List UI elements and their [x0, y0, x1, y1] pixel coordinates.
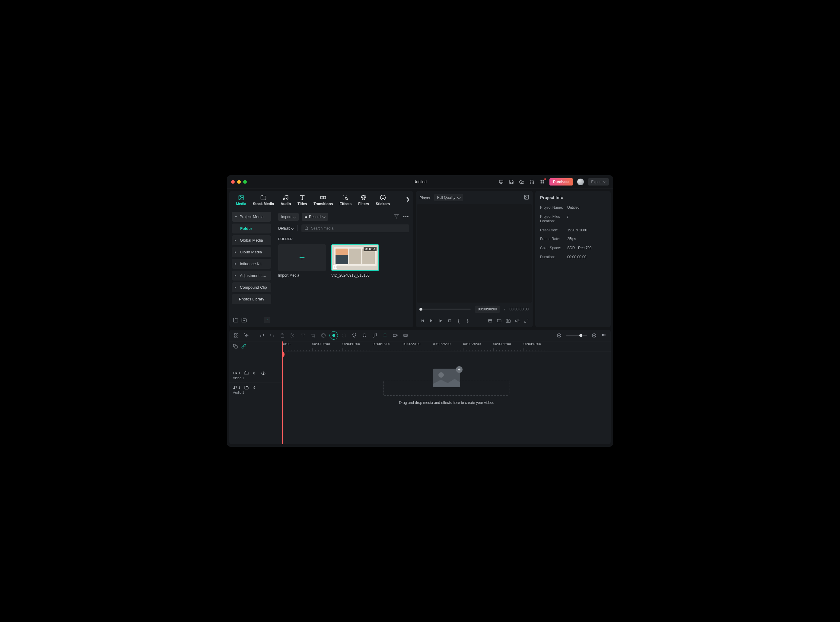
- player-scrubber[interactable]: [420, 309, 471, 310]
- tab-effects[interactable]: Effects: [337, 194, 355, 209]
- display-icon[interactable]: [498, 179, 504, 185]
- headphones-icon[interactable]: [529, 179, 535, 185]
- sidebar-adjustment-layer[interactable]: Adjustment L...: [232, 271, 271, 281]
- user-avatar[interactable]: [577, 178, 584, 185]
- stop-button[interactable]: [447, 318, 452, 323]
- player-viewport[interactable]: [417, 204, 532, 303]
- apps-icon[interactable]: [539, 179, 545, 185]
- play-button[interactable]: [438, 318, 443, 323]
- zoom-in-button[interactable]: [592, 333, 597, 338]
- volume-button[interactable]: [515, 318, 520, 323]
- device-tool-icon[interactable]: [393, 333, 398, 338]
- collapse-sidebar-button[interactable]: ‹: [264, 317, 270, 323]
- plus-badge-icon: +: [456, 366, 462, 373]
- undo-button[interactable]: [259, 333, 265, 338]
- mute-icon[interactable]: [253, 371, 257, 375]
- sidebar-global-media[interactable]: Global Media: [232, 235, 271, 245]
- media-tabs: Media Stock Media Audio Titles Transitio…: [229, 191, 413, 209]
- timeline-drop-zone[interactable]: + Drag and drop media and effects here t…: [383, 369, 510, 405]
- redo-button[interactable]: [270, 333, 275, 338]
- video-track-header[interactable]: 1 Video 1: [229, 368, 282, 383]
- export-button[interactable]: Export: [588, 178, 609, 186]
- svg-rect-61: [396, 334, 397, 336]
- zoom-slider[interactable]: [566, 335, 587, 336]
- new-folder-icon[interactable]: [233, 317, 238, 323]
- tab-media[interactable]: Media: [233, 194, 249, 209]
- view-options-button[interactable]: [601, 333, 607, 338]
- text-tool-icon[interactable]: [300, 333, 306, 338]
- sort-dropdown[interactable]: Default: [278, 226, 294, 230]
- import-media-card[interactable]: Import Media: [278, 244, 326, 277]
- svg-point-57: [342, 334, 346, 337]
- next-frame-button[interactable]: [429, 318, 434, 323]
- tab-transitions[interactable]: Transitions: [311, 194, 336, 209]
- tabs-overflow-button[interactable]: ❯: [406, 197, 410, 202]
- visibility-icon[interactable]: [261, 371, 265, 375]
- crop-tool-icon[interactable]: [311, 333, 316, 338]
- screen-mode-button[interactable]: [497, 318, 502, 323]
- cloud-icon[interactable]: [519, 179, 525, 185]
- circle-tool-icon[interactable]: [341, 333, 347, 338]
- snapshot-button[interactable]: [506, 318, 511, 323]
- cut-tool-icon[interactable]: [290, 333, 296, 338]
- new-bin-icon[interactable]: [241, 317, 247, 323]
- grid-tool-icon[interactable]: [233, 333, 239, 338]
- purchase-button[interactable]: Purchase: [549, 178, 573, 186]
- sidebar-cloud-media[interactable]: Cloud Media: [232, 247, 271, 257]
- prev-frame-button[interactable]: [420, 318, 425, 323]
- import-dropdown[interactable]: Import: [278, 213, 299, 221]
- caption-tool-icon[interactable]: [403, 333, 408, 338]
- timeline-tracks-area[interactable]: 00:0000:00:05:0000:00:10:0000:00:15:0000…: [282, 341, 611, 444]
- link-icon[interactable]: [241, 344, 246, 350]
- media-clip-card[interactable]: 0:00:03 VID_20240913_015155: [331, 244, 379, 277]
- keyframe-tool-icon[interactable]: [382, 333, 388, 338]
- tab-audio[interactable]: Audio: [277, 194, 294, 209]
- player-image-icon[interactable]: [524, 195, 529, 201]
- sidebar-influence-kit[interactable]: Influence Kit: [232, 259, 271, 269]
- music-tool-icon[interactable]: [372, 333, 378, 338]
- folder-icon[interactable]: [244, 371, 248, 375]
- mic-tool-icon[interactable]: [362, 333, 367, 338]
- tab-filters[interactable]: Filters: [355, 194, 372, 209]
- delete-button[interactable]: [280, 333, 285, 338]
- svg-rect-74: [604, 335, 604, 336]
- app-window: Untitled Purchase Export Media Stock Me: [227, 175, 613, 447]
- player-label: Player: [419, 195, 431, 200]
- record-dropdown[interactable]: Record: [302, 213, 328, 221]
- folder-icon[interactable]: [244, 386, 248, 390]
- playback-quality-dropdown[interactable]: Full Quality: [434, 194, 463, 201]
- auto-tool-icon[interactable]: [331, 333, 337, 338]
- fullscreen-button[interactable]: [524, 318, 529, 323]
- save-icon[interactable]: [508, 179, 514, 185]
- close-window-button[interactable]: [231, 180, 235, 184]
- zoom-out-button[interactable]: [556, 333, 562, 338]
- svg-point-80: [263, 372, 264, 374]
- svg-rect-5: [541, 182, 542, 183]
- mark-in-button[interactable]: {: [456, 318, 461, 323]
- svg-point-8: [240, 197, 241, 197]
- marker-tool-icon[interactable]: [352, 333, 357, 338]
- pointer-tool-icon[interactable]: [244, 333, 249, 338]
- maximize-window-button[interactable]: [243, 180, 247, 184]
- tab-titles[interactable]: Titles: [294, 194, 310, 209]
- duplicate-icon[interactable]: [233, 344, 238, 350]
- mute-icon[interactable]: [253, 386, 257, 390]
- sidebar-photos-library[interactable]: Photos Library: [232, 294, 271, 304]
- color-tool-icon[interactable]: [321, 333, 326, 338]
- search-media-input[interactable]: [302, 224, 409, 232]
- sidebar-project-media[interactable]: Project Media: [232, 212, 271, 222]
- tab-stickers[interactable]: Stickers: [373, 194, 393, 209]
- playhead[interactable]: [282, 341, 283, 444]
- minimize-window-button[interactable]: [237, 180, 241, 184]
- sidebar-compound-clip[interactable]: Compound Clip: [232, 282, 271, 292]
- svg-marker-34: [430, 319, 432, 322]
- tab-stock-media[interactable]: Stock Media: [250, 194, 277, 209]
- filter-icon[interactable]: [394, 214, 399, 220]
- more-options-button[interactable]: •••: [403, 214, 409, 220]
- timeline-ruler[interactable]: 00:0000:00:05:0000:00:10:0000:00:15:0000…: [282, 341, 611, 352]
- mark-out-button[interactable]: }: [465, 318, 470, 323]
- sidebar-folder[interactable]: Folder: [232, 224, 271, 233]
- audio-track-header[interactable]: 1 Audio 1: [229, 383, 282, 397]
- chapter-button[interactable]: [488, 318, 492, 323]
- player-panel: Player Full Quality 00:00:00:00 / 00:00:…: [416, 191, 533, 327]
